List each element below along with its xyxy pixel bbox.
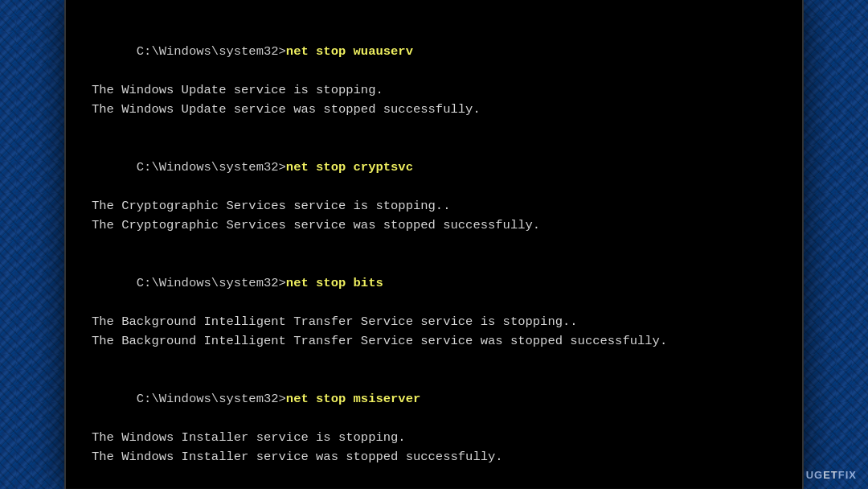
output-3-1: The Background Intelligent Transfer Serv… [92,312,776,331]
prompt-1: C:\Windows\system32> [137,44,286,59]
terminal-block-4: C:\Windows\system32>net stop msiserver T… [92,370,776,466]
prompt-2: C:\Windows\system32> [137,160,286,175]
cmd-line-4: C:\Windows\system32>net stop msiserver [92,370,776,428]
terminal-block-3: C:\Windows\system32>net stop bits The Ba… [92,254,776,351]
output-4-2: The Windows Installer service was stoppe… [92,447,776,466]
output-1-1: The Windows Update service is stopping. [92,80,776,100]
command-4: net stop msiserver [286,392,420,406]
cmd-line-1: C:\Windows\system32>net stop wuauserv [92,23,776,80]
terminal-window: C:\Windows\system32>net stop wuauserv Th… [64,0,804,489]
watermark-text: UGETFIX [806,469,857,481]
output-2-1: The Cryptographic Services service is st… [92,196,776,216]
terminal-block-1: C:\Windows\system32>net stop wuauserv Th… [92,23,776,119]
terminal-block-2: C:\Windows\system32>net stop cryptsvc Th… [92,138,776,235]
command-3: net stop bits [286,276,383,290]
command-2: net stop cryptsvc [286,160,413,175]
prompt-4: C:\Windows\system32> [137,392,286,406]
command-1: net stop wuauserv [286,44,413,59]
output-1-2: The Windows Update service was stopped s… [92,100,776,119]
cmd-line-2: C:\Windows\system32>net stop cryptsvc [92,138,776,196]
cmd-line-3: C:\Windows\system32>net stop bits [92,254,776,312]
output-4-1: The Windows Installer service is stoppin… [92,428,776,447]
output-2-2: The Cryptographic Services service was s… [92,216,776,235]
output-3-2: The Background Intelligent Transfer Serv… [92,331,776,351]
watermark: UGETFIX [806,469,857,481]
prompt-3: C:\Windows\system32> [137,276,286,290]
